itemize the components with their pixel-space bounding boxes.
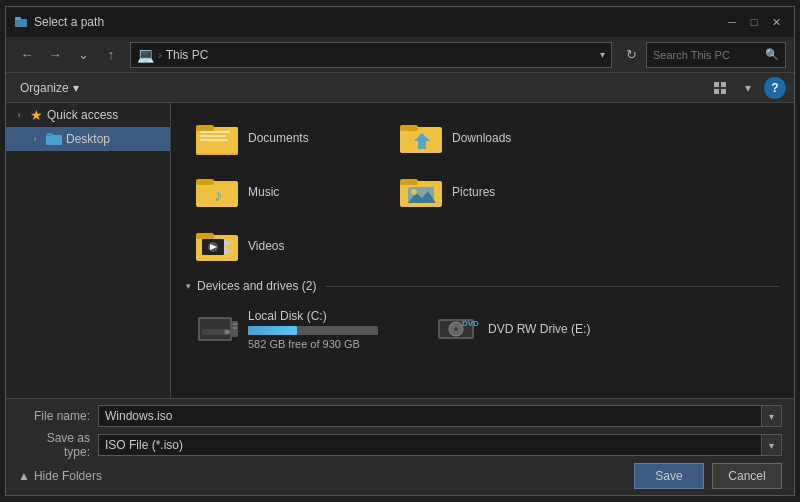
drives-grid: Local Disk (C:) 582 GB free of 930 GB (186, 301, 779, 357)
sidebar-item-quick-access[interactable]: › ★ Quick access (6, 103, 170, 127)
cancel-button[interactable]: Cancel (712, 463, 782, 489)
maximize-button[interactable]: □ (744, 12, 764, 32)
drive-dvd[interactable]: DVD DVD RW Drive (E:) (426, 301, 656, 357)
svg-rect-14 (200, 139, 228, 141)
saveas-input[interactable] (98, 434, 762, 456)
disk-usage-bar-bg (248, 326, 378, 335)
organize-toolbar: Organize ▾ ▾ ? (6, 73, 794, 103)
view-options-button[interactable] (708, 77, 732, 99)
back-button[interactable]: ← (14, 42, 40, 68)
dvd-drive-info: DVD RW Drive (E:) (488, 322, 646, 336)
address-separator: › (158, 49, 162, 61)
organize-button[interactable]: Organize ▾ (14, 78, 85, 98)
svg-rect-22 (400, 179, 418, 185)
address-computer-icon: 💻 (137, 47, 154, 63)
svg-rect-3 (721, 82, 726, 87)
up-button[interactable]: ↑ (98, 42, 124, 68)
view-dropdown-button[interactable]: ▾ (736, 77, 760, 99)
organize-chevron-icon: ▾ (73, 81, 79, 95)
saveas-dropdown-button[interactable]: ▾ (762, 434, 782, 456)
folder-pictures-icon (400, 173, 444, 211)
folder-downloads-icon (400, 119, 444, 157)
folder-videos-icon (196, 227, 240, 265)
svg-text:♪: ♪ (214, 187, 222, 204)
dialog-title: Select a path (34, 15, 104, 29)
search-input[interactable] (653, 49, 761, 61)
quick-access-star-icon: ★ (30, 107, 43, 123)
search-box[interactable]: 🔍 (646, 42, 786, 68)
refresh-button[interactable]: ↻ (618, 42, 644, 68)
sidebar-item-desktop[interactable]: › Desktop (6, 127, 170, 151)
filename-row: File name: ▾ (18, 405, 782, 427)
dvd-icon: DVD (436, 307, 480, 351)
folder-downloads-label: Downloads (452, 131, 511, 145)
svg-rect-27 (196, 233, 214, 239)
help-button[interactable]: ? (764, 77, 786, 99)
local-disk-name: Local Disk (C:) (248, 309, 406, 323)
devices-section-label: Devices and drives (2) (197, 279, 316, 293)
filename-input[interactable] (98, 405, 762, 427)
address-bar[interactable]: 💻 › This PC ▾ (130, 42, 612, 68)
forward-button[interactable]: → (42, 42, 68, 68)
local-disk-info: Local Disk (C:) 582 GB free of 930 GB (248, 309, 406, 350)
bottom-area: File name: ▾ Save as type: ▾ ▲ Hide Fold… (6, 398, 794, 495)
svg-point-45 (454, 327, 458, 331)
folder-documents[interactable]: Documents (186, 113, 386, 163)
svg-rect-11 (196, 125, 214, 131)
folder-music-icon: ♪ (196, 173, 240, 211)
title-bar: Select a path ─ □ ✕ (6, 7, 794, 37)
folder-music[interactable]: ♪ Music (186, 167, 386, 217)
hide-folders-button[interactable]: ▲ Hide Folders (18, 469, 102, 483)
folder-music-label: Music (248, 185, 279, 199)
hdd-icon (196, 307, 240, 351)
devices-section-header: ▾ Devices and drives (2) (186, 279, 779, 293)
folder-pictures-label: Pictures (452, 185, 495, 199)
dialog-icon (14, 15, 28, 29)
navigation-toolbar: ← → ⌄ ↑ 💻 › This PC ▾ ↻ 🔍 (6, 37, 794, 73)
quick-access-expand-icon: › (12, 110, 26, 120)
hide-folders-label: Hide Folders (34, 469, 102, 483)
saveas-row: Save as type: ▾ (18, 431, 782, 459)
local-disk-free: 582 GB free of 930 GB (248, 338, 406, 350)
filename-dropdown-button[interactable]: ▾ (762, 405, 782, 427)
drive-local-disk[interactable]: Local Disk (C:) 582 GB free of 930 GB (186, 301, 416, 357)
desktop-label: Desktop (66, 132, 110, 146)
title-bar-controls: ─ □ ✕ (722, 12, 786, 32)
bottom-actions: ▲ Hide Folders Save Cancel (18, 463, 782, 489)
svg-point-25 (411, 189, 417, 195)
desktop-expand-icon: › (28, 134, 42, 144)
svg-rect-19 (196, 179, 214, 185)
svg-rect-0 (15, 19, 27, 27)
folder-documents-icon (196, 119, 240, 157)
view-grid-icon (713, 81, 727, 95)
svg-point-38 (226, 331, 229, 334)
content-area: › ★ Quick access › Desktop (6, 103, 794, 398)
folder-videos[interactable]: Videos (186, 221, 386, 271)
desktop-folder-icon (46, 131, 62, 148)
save-button[interactable]: Save (634, 463, 704, 489)
svg-rect-5 (721, 89, 726, 94)
organize-label: Organize (20, 81, 69, 95)
filename-label: File name: (18, 409, 98, 423)
close-button[interactable]: ✕ (766, 12, 786, 32)
svg-rect-12 (200, 131, 230, 133)
svg-rect-7 (46, 133, 53, 136)
svg-rect-1 (15, 17, 21, 20)
svg-rect-16 (400, 125, 418, 131)
folder-documents-label: Documents (248, 131, 309, 145)
folder-pictures[interactable]: Pictures (390, 167, 590, 217)
address-location: This PC (166, 48, 209, 62)
devices-chevron-icon: ▾ (186, 281, 191, 291)
svg-rect-2 (714, 82, 719, 87)
hide-folders-chevron-icon: ▲ (18, 469, 30, 483)
svg-rect-4 (714, 89, 719, 94)
svg-rect-41 (233, 327, 237, 329)
sidebar: › ★ Quick access › Desktop (6, 103, 171, 398)
svg-rect-40 (233, 323, 237, 325)
folder-downloads[interactable]: Downloads (390, 113, 590, 163)
recent-locations-button[interactable]: ⌄ (70, 42, 96, 68)
address-dropdown-icon: ▾ (600, 49, 605, 60)
svg-rect-6 (46, 135, 62, 145)
minimize-button[interactable]: ─ (722, 12, 742, 32)
saveas-label: Save as type: (18, 431, 98, 459)
